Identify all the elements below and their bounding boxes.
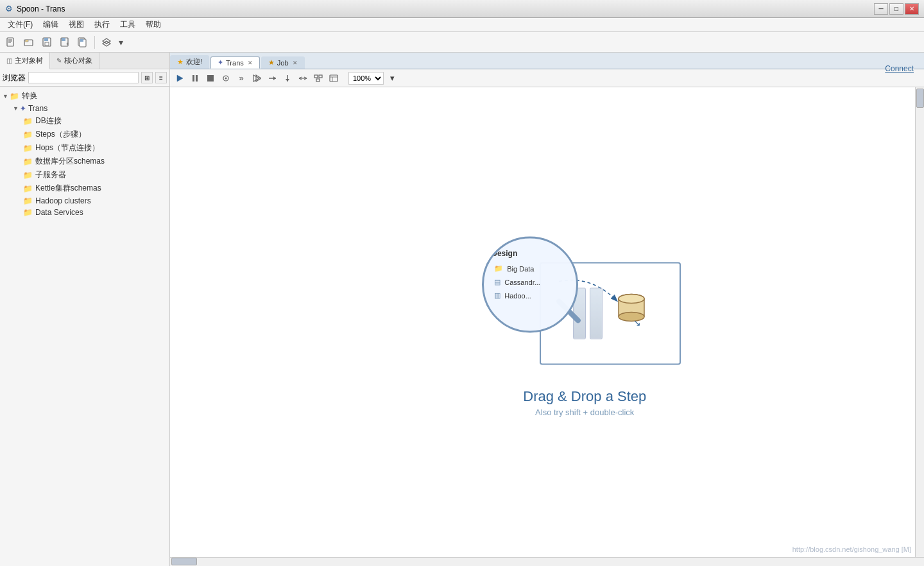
tab-welcome[interactable]: ★ 欢迎! (170, 55, 209, 69)
tree-item-slave-server[interactable]: 📁 子服务器 (0, 168, 169, 182)
toolbar-dropdown[interactable]: ▾ (116, 35, 125, 50)
bottom-scrollbar[interactable] (170, 557, 924, 566)
magnify-hadoop[interactable]: ▥ Hadoo... (492, 290, 569, 301)
tree-item-hadoop-clusters[interactable]: 📁 Hadoop clusters (0, 195, 169, 207)
canvas-stop-btn[interactable] (203, 71, 218, 85)
connect-button[interactable]: Connect (885, 64, 914, 73)
main-toolbar: + ▾ Connect (0, 32, 924, 53)
tree-folder-icon-slave: 📁 (23, 171, 33, 180)
tree-folder-icon-kettle: 📁 (23, 184, 33, 193)
minimize-button[interactable]: ─ (874, 3, 888, 15)
menu-view[interactable]: 视图 (64, 18, 89, 31)
tree-ds-label: Data Services (35, 208, 83, 217)
toolbar-save[interactable] (38, 35, 55, 50)
tab-core-objects[interactable]: ✎ 核心对象 (50, 53, 99, 69)
svg-rect-37 (316, 79, 320, 81)
canvas-btn7[interactable] (280, 71, 295, 85)
maximize-button[interactable]: □ (889, 3, 903, 15)
tab-trans[interactable]: ✦ Trans ✕ (210, 56, 260, 69)
canvas-btn9[interactable] (311, 71, 325, 85)
svg-text:↘: ↘ (633, 318, 641, 328)
right-scrollbar[interactable] (915, 87, 924, 566)
canvas-run-options-btn[interactable] (250, 71, 264, 85)
main-objects-icon: ◫ (6, 57, 12, 64)
tree-item-kettle-clusters[interactable]: 📁 Kettle集群schemas (0, 182, 169, 195)
magnify-hadoop-icon: ▥ (494, 291, 501, 300)
tree-schemas-label: 数据库分区schemas (35, 156, 105, 167)
tree-folder-icon-steps: 📁 (23, 130, 33, 139)
svg-rect-9 (62, 38, 65, 41)
titlebar-left: ⚙ Spoon - Trans (5, 4, 65, 13)
toolbar-layers[interactable] (98, 35, 115, 50)
tab-job[interactable]: ★ Job ✕ (261, 56, 305, 69)
browser-expand-btn[interactable]: ⊞ (141, 72, 153, 83)
browser-label: 浏览器 (3, 73, 26, 83)
canvas-btn8[interactable] (296, 71, 310, 85)
tree-trans-label: Trans (28, 104, 47, 113)
tab-job-label: Job (277, 59, 289, 67)
canvas-play-btn[interactable] (173, 71, 187, 85)
toolbar-new[interactable] (3, 35, 19, 50)
trans-tab-close[interactable]: ✕ (248, 60, 253, 66)
zoom-dropdown-btn[interactable]: ▾ (385, 71, 399, 85)
menu-help[interactable]: 帮助 (141, 18, 166, 31)
menu-bar: 文件(F) 编辑 视图 执行 工具 帮助 (0, 18, 924, 32)
svg-rect-18 (193, 75, 194, 81)
tree-root-label: 转换 (22, 90, 37, 101)
step-bar-2 (590, 288, 603, 339)
tree-folder-icon-schemas: 📁 (23, 157, 33, 166)
tree-item-db-conn[interactable]: 📁 DB连接 (0, 114, 169, 128)
browser-view-btn[interactable]: ≡ (155, 72, 167, 83)
tree-folder-icon-hops: 📁 (23, 144, 33, 153)
tree-area: ▼ 📁 转换 ▼ ✦ Trans 📁 DB连接 📁 Steps（步骤） 📁 (0, 87, 169, 566)
tab-main-objects[interactable]: ◫ 主对象树 (0, 53, 50, 69)
magnify-big-data[interactable]: 📁 Big Data (492, 263, 569, 274)
canvas-area[interactable]: ↘ Design 📁 Big Data ▤ Cassandr (170, 87, 924, 566)
main-layout: ◫ 主对象树 ✎ 核心对象 浏览器 ⊞ ≡ ▼ 📁 转换 ▼ (0, 53, 924, 566)
menu-run[interactable]: 执行 (89, 18, 115, 31)
canvas-btn6[interactable] (265, 71, 279, 85)
tree-item-steps[interactable]: 📁 Steps（步骤） (0, 128, 169, 141)
svg-rect-13 (80, 39, 83, 42)
menu-file[interactable]: 文件(F) (3, 18, 38, 31)
canvas-pause-btn[interactable] (188, 71, 202, 85)
tree-item-data-services[interactable]: 📁 Data Services (0, 207, 169, 218)
toolbar-saveas[interactable]: + (56, 35, 73, 50)
toolbar-saveall[interactable] (74, 35, 91, 50)
tree-item-hops[interactable]: 📁 Hops（节点连接） (0, 141, 169, 155)
svg-marker-28 (286, 79, 289, 81)
toolbar-open[interactable] (21, 35, 37, 50)
browser-search-input[interactable] (28, 72, 139, 83)
zoom-select[interactable]: 100% 75% 50% 150% 200% (348, 72, 384, 85)
canvas-btn10[interactable] (327, 71, 341, 85)
job-tab-icon: ★ (268, 58, 275, 67)
magnify-cassandra-icon: ▤ (494, 278, 501, 286)
job-tab-close[interactable]: ✕ (293, 60, 298, 66)
left-panel: ◫ 主对象树 ✎ 核心对象 浏览器 ⊞ ≡ ▼ 📁 转换 ▼ (0, 53, 170, 566)
magnify-cassandra[interactable]: ▤ Cassandr... (492, 277, 569, 287)
window-controls: ─ □ ✕ (874, 3, 919, 15)
core-objects-icon: ✎ (56, 57, 62, 64)
svg-rect-7 (45, 42, 49, 46)
canvas-step-metrics-btn[interactable]: » (234, 71, 248, 85)
close-button[interactable]: ✕ (905, 3, 919, 15)
menu-edit[interactable]: 编辑 (38, 18, 64, 31)
tree-item-db-schemas[interactable]: 📁 数据库分区schemas (0, 155, 169, 168)
tree-root-zhuan-huan[interactable]: ▼ 📁 转换 (0, 89, 169, 103)
tree-steps-label: Steps（步骤） (35, 129, 86, 140)
app-title: Spoon - Trans (17, 4, 65, 13)
menu-tools[interactable]: 工具 (115, 18, 141, 31)
browser-area: 浏览器 ⊞ ≡ (0, 69, 169, 87)
tree-folder-icon-ds: 📁 (23, 208, 33, 217)
magnify-big-data-label: Big Data (507, 264, 534, 272)
canvas-preview-btn[interactable] (219, 71, 233, 85)
tree-trans[interactable]: ▼ ✦ Trans (0, 103, 169, 114)
svg-rect-6 (44, 38, 48, 41)
tree-slave-label: 子服务器 (35, 169, 66, 180)
svg-marker-16 (177, 75, 183, 81)
tree-kettle-label: Kettle集群schemas (35, 183, 101, 194)
tree-db-label: DB连接 (35, 116, 62, 126)
tree-arrow-trans: ▼ (13, 105, 19, 112)
right-area: ★ 欢迎! ✦ Trans ✕ ★ Job ✕ (170, 53, 924, 566)
tree-arrow-root: ▼ (3, 93, 8, 99)
